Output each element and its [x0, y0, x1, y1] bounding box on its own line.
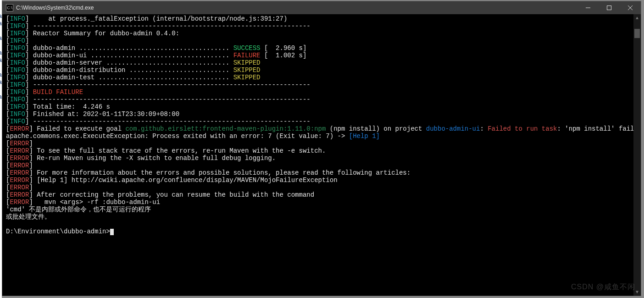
- close-icon: [628, 6, 633, 10]
- vertical-scrollbar[interactable]: ▲ ▼: [633, 14, 641, 296]
- status-skipped: SKIPPED: [233, 59, 261, 66]
- info-tag: INFO: [10, 52, 25, 59]
- bracket: ]: [29, 169, 33, 177]
- status-success: SUCCESS: [233, 44, 261, 52]
- shell-error-cn: 或批处理文件。: [6, 213, 51, 221]
- module-name: dubbo-admin-distribution ...............…: [29, 66, 233, 74]
- help-ref: [Help 1]: [349, 132, 380, 140]
- info-tag: INFO: [10, 110, 25, 118]
- error-text: mvn <args> -rf :dubbo-admin-ui: [33, 199, 160, 206]
- shell-error-cn: 'cmd' 不是内部或外部命令，也不是可运行的程序: [6, 206, 151, 213]
- total-time: Total time: 4.246 s: [29, 103, 110, 110]
- error-text: (npm install) on project: [326, 125, 426, 132]
- info-tag: INFO: [10, 22, 25, 30]
- module-name: dubbo-admin-server .....................…: [29, 59, 233, 66]
- log-line: Reactor Summary for dubbo-admin 0.4.0:: [29, 30, 179, 37]
- bracket: ]: [25, 37, 29, 44]
- bracket: ]: [29, 191, 33, 199]
- close-button[interactable]: [620, 1, 641, 14]
- error-tag: ERROR: [10, 199, 29, 206]
- info-tag: INFO: [10, 66, 25, 74]
- build-failure: BUILD FAILURE: [29, 88, 83, 96]
- error-tag: ERROR: [10, 147, 29, 155]
- module-time: [ 2.960 s]: [261, 44, 307, 52]
- info-tag: INFO: [10, 30, 25, 37]
- error-tag: ERROR: [10, 162, 29, 169]
- error-text: : 'npm install' failed. org.: [557, 125, 641, 132]
- bracket: ]: [29, 199, 33, 206]
- scroll-thumb[interactable]: [634, 29, 640, 38]
- cmd-window: C:\ C:\Windows\System32\cmd.exe [INFO] a…: [2, 1, 641, 296]
- bracket: ]: [29, 184, 33, 191]
- info-tag: INFO: [10, 96, 25, 103]
- error-tag: ERROR: [10, 125, 29, 132]
- scroll-down-button[interactable]: ▼: [633, 288, 641, 296]
- bracket: ]: [29, 155, 33, 162]
- separator-line: ----------------------------------------…: [29, 22, 310, 30]
- module-name: dubbo-admin ............................…: [29, 44, 233, 52]
- minimize-icon: [586, 6, 590, 10]
- cursor-icon: [110, 229, 114, 235]
- minimize-button[interactable]: [577, 1, 599, 14]
- maximize-button[interactable]: [599, 1, 620, 14]
- error-text: Re-run Maven using the -X switch to enab…: [33, 155, 276, 162]
- bracket: ]: [29, 140, 33, 147]
- app-icon: C:\: [6, 4, 13, 11]
- title-bar[interactable]: C:\ C:\Windows\System32\cmd.exe: [2, 1, 641, 14]
- status-skipped: SKIPPED: [233, 66, 261, 74]
- terminal-output[interactable]: [INFO] at process._fatalException (inter…: [2, 14, 641, 296]
- error-text: Failed to execute goal: [33, 125, 126, 132]
- error-text: After correcting the problems, you can r…: [33, 191, 314, 199]
- info-tag: INFO: [10, 37, 25, 44]
- error-tag: ERROR: [10, 191, 29, 199]
- info-tag: INFO: [10, 81, 25, 88]
- log-line: at process._fatalException (internal/boo…: [29, 15, 287, 22]
- bracket: ]: [29, 177, 33, 184]
- scroll-up-button[interactable]: ▲: [633, 14, 641, 22]
- error-text: [Help 1] http://cwiki.apache.org/conflue…: [33, 177, 338, 184]
- project-name: dubbo-admin-ui: [426, 125, 480, 132]
- window-title: C:\Windows\System32\cmd.exe: [16, 5, 94, 11]
- info-tag: INFO: [10, 103, 25, 110]
- error-text: For more information about the errors an…: [33, 169, 411, 177]
- separator-line: ----------------------------------------…: [29, 118, 310, 125]
- bracket: ]: [29, 147, 33, 155]
- info-tag: INFO: [10, 59, 25, 66]
- error-tag: ERROR: [10, 140, 29, 147]
- finished-at: Finished at: 2022-01-11T23:30:09+08:00: [29, 110, 179, 118]
- plugin-name: com.github.eirslett:frontend-maven-plugi…: [125, 125, 326, 132]
- module-time: [ 1.002 s]: [261, 52, 307, 59]
- info-tag: INFO: [10, 118, 25, 125]
- error-text: apache.commons.exec.ExecuteException: Pr…: [6, 132, 349, 140]
- error-text: :: [480, 125, 488, 132]
- task-fail: Failed to run task: [488, 125, 557, 132]
- info-tag: INFO: [10, 88, 25, 96]
- status-failure: FAILURE: [233, 52, 261, 59]
- separator-line: ----------------------------------------…: [29, 96, 310, 103]
- info-tag: INFO: [10, 74, 25, 81]
- info-tag: INFO: [10, 44, 25, 52]
- bracket: ]: [29, 162, 33, 169]
- error-text: To see the full stack trace of the error…: [33, 147, 326, 155]
- maximize-icon: [607, 6, 611, 10]
- error-tag: ERROR: [10, 155, 29, 162]
- error-tag: ERROR: [10, 184, 29, 191]
- command-prompt: D:\Environment\dubbo-admin>: [6, 228, 110, 235]
- bracket: ]: [29, 125, 33, 132]
- status-skipped: SKIPPED: [233, 74, 261, 81]
- module-name: dubbo-admin-ui .........................…: [29, 52, 233, 59]
- module-name: dubbo-admin-test .......................…: [29, 74, 233, 81]
- error-tag: ERROR: [10, 169, 29, 177]
- info-tag: INFO: [10, 15, 25, 22]
- svg-rect-1: [607, 6, 611, 10]
- separator-line: ----------------------------------------…: [29, 81, 310, 88]
- error-tag: ERROR: [10, 177, 29, 184]
